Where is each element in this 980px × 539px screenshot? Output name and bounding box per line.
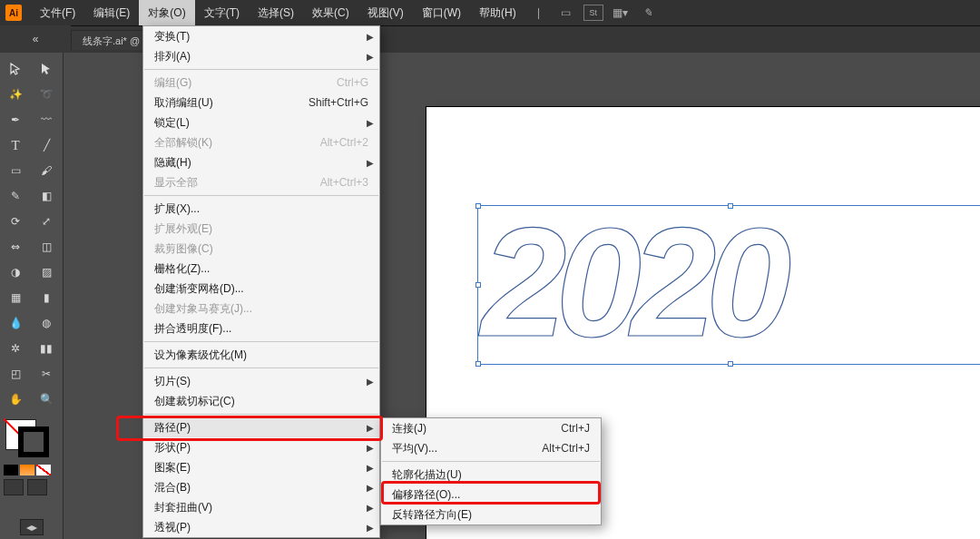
object-menu-item[interactable]: 路径(P)▶ [143, 417, 379, 437]
type-tool-icon[interactable]: T [1, 133, 30, 157]
rotate-tool-icon[interactable]: ⟳ [1, 210, 30, 233]
hand-tool-icon[interactable]: ✋ [1, 387, 30, 411]
object-menu-item-label: 透视(P) [154, 520, 368, 535]
color-mode-chips [0, 465, 63, 475]
stroke-color-icon[interactable] [18, 426, 49, 457]
symbol-sprayer-tool-icon[interactable]: ✲ [1, 337, 30, 360]
menu-effect[interactable]: 效果(C) [303, 0, 358, 25]
menu-view[interactable]: 视图(V) [358, 0, 413, 25]
document-tab[interactable]: 线条字.ai* @ [71, 30, 152, 50]
menu-help[interactable]: 帮助(H) [470, 0, 525, 25]
shape-builder-tool-icon[interactable]: ◑ [1, 260, 30, 284]
object-menu-item[interactable]: 栅格化(Z)... [143, 259, 379, 279]
toolbar-doc-icon[interactable]: ▭ [556, 5, 576, 21]
toolbar-stock-icon[interactable]: St [583, 5, 603, 21]
menu-shortcut: Shift+Ctrl+G [309, 96, 368, 109]
object-menu-dropdown: 变换(T)▶排列(A)▶编组(G)Ctrl+G取消编组(U)Shift+Ctrl… [142, 25, 380, 538]
object-menu-item[interactable]: 变换(T)▶ [143, 26, 379, 46]
slice-tool-icon[interactable]: ✂ [32, 362, 61, 386]
object-menu-item[interactable]: 混合(B)▶ [143, 477, 379, 497]
eyedropper-tool-icon[interactable]: 💧 [1, 311, 30, 335]
object-menu-item-label: 变换(T) [154, 29, 368, 44]
object-menu-item-label: 显示全部 [154, 175, 293, 191]
color-chip-none[interactable] [36, 465, 51, 475]
width-tool-icon[interactable]: ⇔ [1, 235, 30, 259]
object-menu-item[interactable]: 扩展(X)... [143, 199, 379, 219]
menu-edit[interactable]: 编辑(E) [84, 0, 139, 25]
mesh-tool-icon[interactable]: ▦ [1, 286, 30, 309]
object-menu-item-label: 取消编组(U) [154, 95, 281, 111]
object-menu-item: 创建对象马赛克(J)... [143, 299, 379, 318]
object-menu-item-label: 裁剪图像(C) [154, 241, 368, 257]
object-menu-item[interactable]: 创建渐变网格(D)... [143, 279, 379, 299]
direct-selection-tool-icon[interactable] [32, 57, 61, 81]
object-menu-item[interactable]: 切片(S)▶ [143, 371, 379, 391]
blend-tool-icon[interactable]: ◍ [32, 311, 61, 335]
selection-handle[interactable] [728, 361, 733, 367]
selection-handle[interactable] [475, 203, 481, 209]
paintbrush-tool-icon[interactable]: 🖌 [32, 159, 61, 182]
zoom-tool-icon[interactable]: 🔍 [32, 387, 61, 411]
object-menu-item[interactable]: 隐藏(H)▶ [143, 152, 379, 172]
path-submenu-dropdown: 连接(J)Ctrl+J平均(V)...Alt+Ctrl+J轮廓化描边(U)偏移路… [380, 417, 602, 525]
object-menu-item[interactable]: 取消编组(U)Shift+Ctrl+G [143, 93, 379, 113]
path-submenu-item-label: 反转路径方向(E) [392, 507, 590, 523]
object-menu-item[interactable]: 透视(P)▶ [143, 517, 379, 537]
artboard-tool-icon[interactable]: ◰ [1, 362, 30, 386]
scale-tool-icon[interactable]: ⤢ [32, 210, 61, 233]
path-submenu-item[interactable]: 连接(J)Ctrl+J [381, 418, 601, 438]
object-menu-item[interactable]: 排列(A)▶ [143, 46, 379, 66]
toolbox-collapse-icon[interactable]: ◂▸ [20, 519, 44, 535]
menu-type[interactable]: 文字(T) [195, 0, 249, 25]
selection-handle[interactable] [475, 361, 481, 367]
object-menu-item[interactable]: 封套扭曲(V)▶ [143, 497, 379, 517]
toolbar-arrange-icon[interactable]: ▦▾ [611, 5, 631, 21]
menu-select[interactable]: 选择(S) [249, 0, 303, 25]
object-menu-item[interactable]: 形状(P)▶ [143, 437, 379, 457]
gradient-tool-icon[interactable]: ▮ [32, 286, 61, 309]
curvature-tool-icon[interactable]: 〰 [32, 108, 61, 132]
object-menu-item[interactable]: 拼合透明度(F)... [143, 318, 379, 338]
draw-mode-icon[interactable] [27, 479, 47, 495]
shaper-tool-icon[interactable]: ✎ [1, 184, 30, 208]
object-menu-item[interactable]: 创建裁切标记(C) [143, 391, 379, 411]
lasso-tool-icon[interactable]: ➰ [32, 83, 61, 106]
color-chip-black[interactable] [4, 465, 18, 475]
pen-tool-icon[interactable]: ✒ [1, 108, 30, 132]
screen-mode-icon[interactable] [4, 479, 24, 495]
tab-overflow-chevrons[interactable]: « [0, 25, 71, 53]
object-menu-item-label: 切片(S) [154, 374, 368, 389]
path-submenu-item[interactable]: 反转路径方向(E) [381, 505, 601, 524]
eraser-tool-icon[interactable]: ◧ [32, 184, 61, 208]
magic-wand-tool-icon[interactable]: ✨ [1, 83, 30, 106]
path-submenu-item[interactable]: 轮廓化描边(U) [381, 465, 601, 485]
column-graph-tool-icon[interactable]: ▮▮ [32, 337, 61, 360]
submenu-arrow-icon: ▶ [367, 377, 374, 387]
object-menu-item-label: 设为像素级优化(M) [154, 348, 368, 363]
fill-stroke-swatch[interactable] [5, 419, 49, 457]
selection-handle[interactable] [475, 282, 481, 288]
selection-tool-icon[interactable] [1, 57, 30, 81]
menu-file[interactable]: 文件(F) [31, 0, 84, 25]
line-tool-icon[interactable]: ╱ [32, 133, 61, 157]
object-menu-item-label: 创建渐变网格(D)... [154, 281, 368, 297]
submenu-arrow-icon: ▶ [367, 483, 374, 493]
submenu-arrow-icon: ▶ [367, 32, 374, 42]
path-submenu-item-label: 轮廓化描边(U) [392, 467, 590, 483]
rectangle-tool-icon[interactable]: ▭ [1, 159, 30, 182]
toolbar-unknown-icon[interactable]: ✎ [638, 5, 658, 21]
selection-handle[interactable] [728, 203, 733, 209]
perspective-tool-icon[interactable]: ▨ [32, 260, 61, 284]
menu-window[interactable]: 窗口(W) [413, 0, 470, 25]
path-submenu-item[interactable]: 偏移路径(O)... [381, 485, 601, 505]
object-menu-item[interactable]: 锁定(L)▶ [143, 113, 379, 132]
object-menu-item[interactable]: 设为像素级优化(M) [143, 345, 379, 365]
menu-shortcut: Alt+Ctrl+J [542, 442, 590, 455]
submenu-arrow-icon: ▶ [367, 423, 374, 433]
menu-object[interactable]: 对象(O) [139, 0, 194, 25]
free-transform-tool-icon[interactable]: ◫ [32, 235, 61, 259]
object-menu-item[interactable]: 图案(E)▶ [143, 457, 379, 477]
color-chip-gradient[interactable] [20, 465, 34, 475]
object-menu-item-label: 创建对象马赛克(J)... [154, 301, 368, 317]
path-submenu-item[interactable]: 平均(V)...Alt+Ctrl+J [381, 438, 601, 458]
